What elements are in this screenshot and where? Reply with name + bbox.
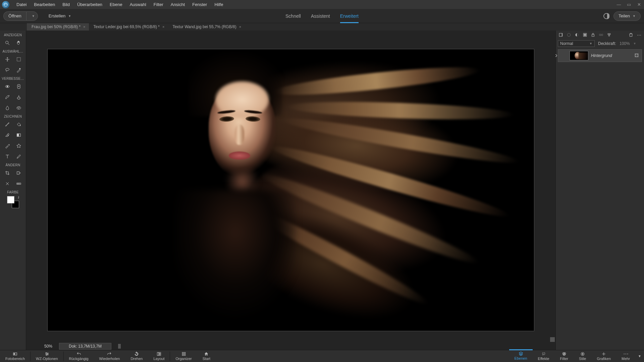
share-button[interactable]: Teilen▼	[613, 11, 641, 21]
open-button[interactable]: Öffnen	[3, 11, 26, 21]
bb-effekte[interactable]: Effekte	[533, 350, 555, 362]
doc-tab-0[interactable]: Frau.jpg bei 50% (RGB/8) *×	[27, 23, 89, 31]
crop-tool-icon[interactable]	[3, 169, 12, 177]
zoom-level[interactable]: 50%	[33, 344, 52, 349]
content-move-tool-icon[interactable]	[3, 179, 12, 188]
color-swatch[interactable]: ⤸	[7, 196, 19, 208]
close-tab-icon[interactable]: ×	[239, 23, 241, 31]
status-handle-icon[interactable]	[118, 344, 121, 349]
blend-mode-select[interactable]: Normal▼	[558, 40, 595, 47]
menu-datei[interactable]: Datei	[13, 0, 30, 9]
lock-icon[interactable]	[590, 32, 596, 38]
smart-brush-tool-icon[interactable]	[3, 93, 12, 102]
close-tab-icon[interactable]: ×	[162, 23, 164, 31]
panel-menu-icon[interactable]: ⋯	[636, 32, 642, 38]
shape-tool-icon[interactable]	[14, 141, 23, 150]
marquee-tool-icon[interactable]	[14, 55, 23, 64]
bb-organizer[interactable]: Organizer	[170, 350, 197, 362]
svg-point-63	[582, 353, 583, 355]
svg-point-51	[46, 355, 47, 355]
menu-hilfe[interactable]: Hilfe	[211, 0, 227, 9]
menu-ansicht[interactable]: Ansicht	[167, 0, 189, 9]
mode-quick[interactable]: Schnell	[285, 9, 301, 23]
recompose-tool-icon[interactable]	[14, 169, 23, 177]
menu-ueberarbeiten[interactable]: Überarbeiten	[73, 0, 106, 9]
svg-point-34	[608, 34, 609, 35]
opacity-value[interactable]: 100%	[620, 41, 630, 46]
canvas[interactable]	[48, 49, 534, 331]
layer-lock-icon[interactable]	[634, 53, 640, 58]
layer-name: Hintergrund	[591, 53, 612, 58]
open-dropdown-button[interactable]: ▼	[26, 11, 38, 21]
bb-filter[interactable]: Filter	[555, 350, 574, 362]
foreground-color-swatch[interactable]	[7, 196, 14, 203]
menu-auswahl[interactable]: Auswahl	[126, 0, 150, 9]
link-slot-icon	[562, 53, 567, 58]
bb-rotate[interactable]: Drehen	[125, 350, 148, 362]
doc-tab-2[interactable]: Textur Wand.jpg bei 55,7% (RGB/8)×	[168, 23, 245, 31]
bb-collapse-icon[interactable]: ▼	[635, 350, 644, 362]
gradient-tool-icon[interactable]	[14, 131, 23, 139]
hand-tool-icon[interactable]	[14, 39, 23, 47]
workarea: ANZEIGEN AUSWÄHL… VERBESSE… ZEICHNEN	[0, 31, 644, 350]
maximize-icon[interactable]: ▭	[624, 0, 634, 9]
mode-guided[interactable]: Assistent	[311, 9, 330, 23]
bb-fotobereich[interactable]: Fotobereich	[0, 350, 30, 362]
close-icon[interactable]: ✕	[634, 0, 644, 9]
zoom-tool-icon[interactable]	[3, 39, 12, 47]
doc-size[interactable]: Dok: 13,7M/13,7M	[59, 343, 111, 350]
sponge-tool-icon[interactable]	[14, 104, 23, 112]
mask-icon[interactable]	[582, 32, 588, 38]
wand-tool-icon[interactable]	[14, 66, 23, 74]
swap-colors-icon[interactable]: ⤸	[17, 195, 20, 199]
new-layer-icon[interactable]	[558, 32, 564, 38]
blur-tool-icon[interactable]	[3, 104, 12, 112]
bb-undo[interactable]: Rückgängig	[64, 350, 94, 362]
link-icon[interactable]	[598, 32, 604, 38]
bb-stile[interactable]: Stile	[574, 350, 591, 362]
bb-tooloptions[interactable]: WZ-Optionen	[31, 350, 63, 362]
eraser-tool-icon[interactable]	[3, 131, 12, 139]
layer-thumbnail[interactable]	[570, 51, 588, 60]
pencil-tool-icon[interactable]	[14, 152, 23, 161]
create-button[interactable]: Erstellen▼	[44, 11, 76, 21]
new-group-icon[interactable]	[566, 32, 572, 38]
scroll-corner[interactable]	[550, 337, 555, 342]
bb-mehr[interactable]: ⋯Mehr	[616, 350, 635, 362]
bb-grafiken[interactable]: Grafiken	[591, 350, 616, 362]
menu-filter[interactable]: Filter	[150, 0, 167, 9]
bb-layout[interactable]: Layout	[148, 350, 170, 362]
layer-row[interactable]: Hintergrund	[558, 49, 642, 62]
redeye-tool-icon[interactable]	[3, 82, 12, 91]
mode-expert[interactable]: Erweitert	[340, 9, 359, 23]
svg-rect-21	[17, 172, 19, 174]
bb-start[interactable]: Start	[197, 350, 216, 362]
move-tool-icon[interactable]	[3, 55, 12, 64]
svg-rect-31	[592, 35, 594, 36]
bb-redo[interactable]: Wiederholen	[94, 350, 125, 362]
lasso-tool-icon[interactable]	[3, 66, 12, 74]
adjust-layer-icon[interactable]	[574, 32, 580, 38]
eyedropper-tool-icon[interactable]	[3, 141, 12, 150]
svg-point-41	[637, 54, 638, 55]
spot-heal-tool-icon[interactable]	[14, 82, 23, 91]
doc-tab-1[interactable]: Textur Leder.jpg bei 69,5% (RGB/8) *×	[89, 23, 168, 31]
theme-toggle-icon[interactable]	[603, 13, 609, 19]
status-bar: 50% Dok: 13,7M/13,7M	[26, 343, 555, 350]
menu-bild[interactable]: Bild	[59, 0, 73, 9]
window-controls: — ▭ ✕	[614, 0, 644, 9]
svg-rect-53	[159, 352, 161, 354]
delete-layer-icon[interactable]	[628, 32, 634, 38]
bucket-tool-icon[interactable]	[14, 120, 23, 129]
bb-ebenen[interactable]: Ebenen	[509, 349, 533, 361]
menu-bearbeiten[interactable]: Bearbeiten	[30, 0, 59, 9]
brush-tool-icon[interactable]	[3, 120, 12, 129]
clone-tool-icon[interactable]	[14, 93, 23, 102]
menu-fenster[interactable]: Fenster	[189, 0, 211, 9]
straighten-tool-icon[interactable]	[14, 179, 23, 188]
minimize-icon[interactable]: —	[614, 0, 624, 9]
text-tool-icon[interactable]	[3, 152, 12, 161]
fx-icon[interactable]	[606, 32, 612, 38]
menu-ebene[interactable]: Ebene	[106, 0, 126, 9]
close-tab-icon[interactable]: ×	[83, 23, 85, 31]
